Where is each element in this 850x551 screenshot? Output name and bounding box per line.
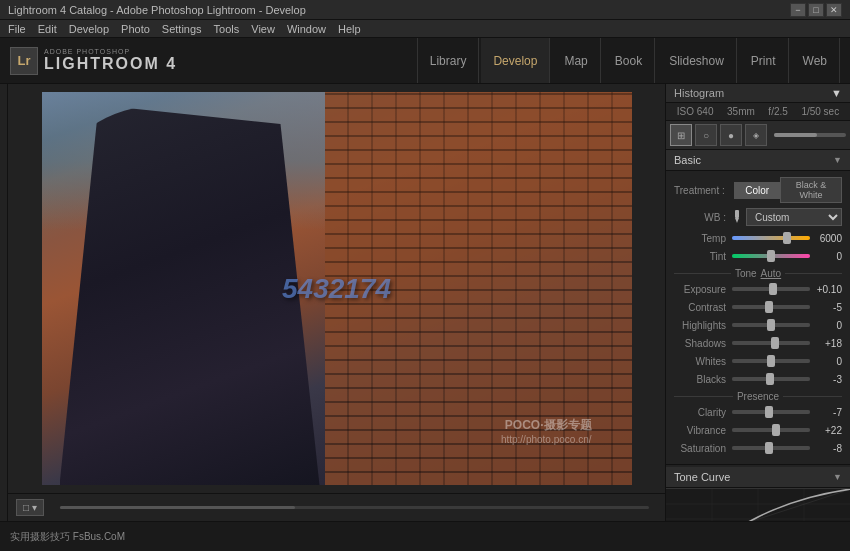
status-bar: 实用摄影技巧 FsBus.CoM xyxy=(0,521,850,551)
crop-tool[interactable]: ⊞ xyxy=(670,124,692,146)
view-mode-button[interactable]: □ ▾ xyxy=(16,499,44,516)
whites-label: Whites xyxy=(674,356,732,367)
contrast-track[interactable] xyxy=(732,305,810,309)
menu-photo[interactable]: Photo xyxy=(121,23,150,35)
poco-watermark: POCO·摄影专题 http://photo.poco.cn/ xyxy=(501,417,592,445)
exposure-track[interactable] xyxy=(732,287,810,291)
histogram-label: Histogram xyxy=(674,87,724,99)
menu-settings[interactable]: Settings xyxy=(162,23,202,35)
left-panel[interactable] xyxy=(0,84,8,521)
tab-slideshow[interactable]: Slideshow xyxy=(657,38,737,83)
vibrance-thumb[interactable] xyxy=(772,424,780,436)
lr-badge: Lr xyxy=(10,47,38,75)
tab-web[interactable]: Web xyxy=(791,38,840,83)
histogram-arrow: ▼ xyxy=(831,87,842,99)
treatment-row: Treatment : Color Black & White xyxy=(674,177,842,203)
auto-tone-button[interactable]: Auto xyxy=(761,268,782,279)
whites-thumb[interactable] xyxy=(767,355,775,367)
shadows-track[interactable] xyxy=(732,341,810,345)
menu-help[interactable]: Help xyxy=(338,23,361,35)
menu-develop[interactable]: Develop xyxy=(69,23,109,35)
maximize-button[interactable]: □ xyxy=(808,3,824,17)
wb-row: WB : Custom As Shot Auto Daylight Cloudy xyxy=(674,208,842,226)
shadows-value: +18 xyxy=(810,338,842,349)
exposure-value: +0.10 xyxy=(810,284,842,295)
color-treatment-button[interactable]: Color xyxy=(734,182,780,199)
saturation-thumb[interactable] xyxy=(765,442,773,454)
tab-book[interactable]: Book xyxy=(603,38,655,83)
blacks-value: -3 xyxy=(810,374,842,385)
whites-value: 0 xyxy=(810,356,842,367)
spot-removal-tool[interactable]: ○ xyxy=(695,124,717,146)
window-title: Lightroom 4 Catalog - Adobe Photoshop Li… xyxy=(8,4,306,16)
tint-slider-row: Tint 0 xyxy=(674,248,842,264)
tab-print[interactable]: Print xyxy=(739,38,789,83)
vibrance-slider-row: Vibrance +22 xyxy=(674,422,842,438)
vibrance-label: Vibrance xyxy=(674,425,732,436)
right-panel: Histogram ▼ xyxy=(665,84,850,521)
basic-panel-label: Basic xyxy=(674,154,701,166)
basic-panel-arrow: ▼ xyxy=(833,155,842,165)
highlights-label: Highlights xyxy=(674,320,732,331)
blacks-track[interactable] xyxy=(732,377,810,381)
blacks-thumb[interactable] xyxy=(766,373,774,385)
contrast-slider-row: Contrast -5 xyxy=(674,299,842,315)
highlights-track[interactable] xyxy=(732,323,810,327)
contrast-value: -5 xyxy=(810,302,842,313)
saturation-track[interactable] xyxy=(732,446,810,450)
tone-divider: Tone Auto xyxy=(674,268,842,279)
menu-file[interactable]: File xyxy=(8,23,26,35)
tint-slider-track[interactable] xyxy=(732,254,810,258)
close-button[interactable]: ✕ xyxy=(826,3,842,17)
shadows-thumb[interactable] xyxy=(771,337,779,349)
tab-develop[interactable]: Develop xyxy=(481,38,550,83)
whites-track[interactable] xyxy=(732,359,810,363)
vibrance-track[interactable] xyxy=(732,428,810,432)
tone-curve-arrow: ▼ xyxy=(833,472,842,482)
tab-library[interactable]: Library xyxy=(417,38,480,83)
graduated-filter-tool[interactable]: ◈ xyxy=(745,124,767,146)
tone-curve-label: Tone Curve xyxy=(674,471,730,483)
redeye-tool[interactable]: ● xyxy=(720,124,742,146)
saturation-label: Saturation xyxy=(674,443,732,454)
presence-divider: Presence xyxy=(674,391,842,402)
bottom-photo-bar: □ ▾ xyxy=(8,493,665,521)
main-photo: 5432174 POCO·摄影专题 http://photo.poco.cn/ xyxy=(42,92,632,485)
temp-slider-track[interactable] xyxy=(732,236,810,240)
menu-tools[interactable]: Tools xyxy=(214,23,240,35)
window-controls[interactable]: − □ ✕ xyxy=(790,3,842,17)
bw-treatment-button[interactable]: Black & White xyxy=(780,177,842,203)
logo-text-area: ADOBE PHOTOSHOP LIGHTROOM 4 xyxy=(44,48,177,73)
wb-select[interactable]: Custom As Shot Auto Daylight Cloudy xyxy=(746,208,842,226)
tint-slider-thumb[interactable] xyxy=(767,250,775,262)
shadows-slider-row: Shadows +18 xyxy=(674,335,842,351)
menu-edit[interactable]: Edit xyxy=(38,23,57,35)
exposure-thumb[interactable] xyxy=(769,283,777,295)
menu-view[interactable]: View xyxy=(251,23,275,35)
clarity-thumb[interactable] xyxy=(765,406,773,418)
clarity-label: Clarity xyxy=(674,407,732,418)
basic-panel-header[interactable]: Basic ▼ xyxy=(666,150,850,171)
vibrance-value: +22 xyxy=(810,425,842,436)
highlights-thumb[interactable] xyxy=(767,319,775,331)
tab-map[interactable]: Map xyxy=(552,38,600,83)
minimize-button[interactable]: − xyxy=(790,3,806,17)
shadows-label: Shadows xyxy=(674,338,732,349)
photo-container: 5432174 POCO·摄影专题 http://photo.poco.cn/ xyxy=(8,84,665,493)
menu-bar: File Edit Develop Photo Settings Tools V… xyxy=(0,20,850,38)
wb-label: WB : xyxy=(674,212,732,223)
clarity-track[interactable] xyxy=(732,410,810,414)
temp-slider-thumb[interactable] xyxy=(783,232,791,244)
tool-slider[interactable] xyxy=(774,133,846,137)
menu-window[interactable]: Window xyxy=(287,23,326,35)
eyedropper-icon xyxy=(732,210,742,224)
blacks-label: Blacks xyxy=(674,374,732,385)
contrast-thumb[interactable] xyxy=(765,301,773,313)
focal-value: 35mm xyxy=(727,106,755,117)
histogram-header[interactable]: Histogram ▼ xyxy=(666,84,850,103)
title-bar: Lightroom 4 Catalog - Adobe Photoshop Li… xyxy=(0,0,850,20)
exposure-slider-row: Exposure +0.10 xyxy=(674,281,842,297)
tone-curve-header[interactable]: Tone Curve ▼ xyxy=(666,467,850,488)
app-name-label: LIGHTROOM 4 xyxy=(44,55,177,73)
status-text: 实用摄影技巧 FsBus.CoM xyxy=(10,530,840,544)
